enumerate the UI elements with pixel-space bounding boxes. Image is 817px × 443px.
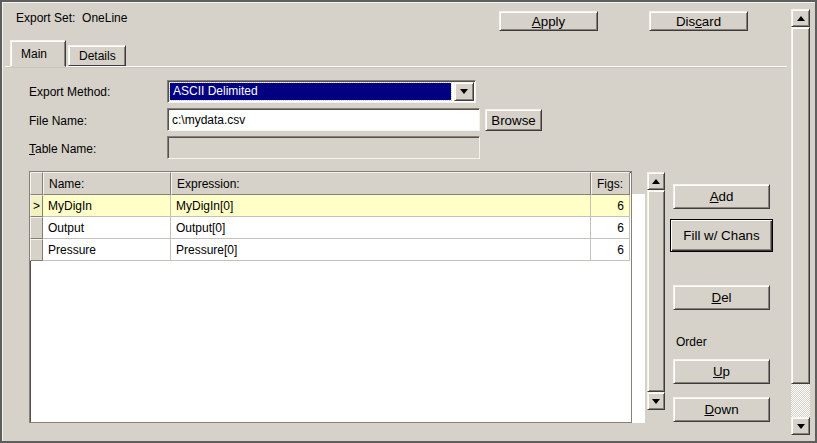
table-row[interactable]: Output Output[0] 6 [30, 217, 631, 239]
cell-name[interactable]: Output [43, 217, 171, 239]
apply-label-key: A [532, 14, 541, 29]
column-header-figs: Figs: [591, 172, 630, 195]
up-label-post: p [723, 364, 730, 379]
add-label-key: A [710, 189, 719, 204]
arrow-down-icon [797, 424, 805, 433]
discard-label-key: c [695, 14, 702, 29]
scroll-up-button[interactable] [791, 9, 810, 27]
cell-name[interactable]: Pressure [43, 239, 171, 261]
scroll-down-button[interactable] [647, 392, 665, 410]
add-button[interactable]: Add [673, 184, 770, 209]
row-indicator [30, 239, 43, 261]
table-row[interactable]: > MyDigIn MyDigIn[0] 6 [30, 195, 631, 217]
del-button[interactable]: Del [673, 285, 770, 310]
export-method-label: Export Method: [29, 85, 110, 99]
down-label-post: own [714, 402, 738, 417]
arrow-down-icon [652, 399, 660, 408]
arrow-up-icon [797, 12, 805, 21]
cell-expression[interactable]: Output[0] [171, 217, 591, 239]
apply-button[interactable]: Apply [499, 11, 598, 31]
del-label-key: D [711, 290, 721, 305]
table-name-input [167, 136, 480, 159]
discard-label-pre: Dis [676, 14, 695, 29]
cell-figs[interactable]: 6 [591, 195, 630, 217]
table-row[interactable]: Pressure Pressure[0] 6 [30, 239, 631, 261]
export-set-caption: Export Set: [16, 11, 75, 25]
export-set-value: OneLine [82, 11, 127, 25]
table-name-label: Table Name: [29, 142, 96, 156]
file-name-label: File Name: [29, 114, 87, 128]
scrollbar-track[interactable] [791, 384, 810, 417]
export-set-dialog: Export Set: OneLine Apply Discard Main D… [0, 0, 817, 443]
apply-label-post: pply [541, 14, 565, 29]
chevron-down-icon [460, 89, 468, 98]
arrow-up-icon [652, 175, 660, 184]
add-label-post: dd [719, 189, 734, 204]
fill-with-chans-label: Fill w/ Chans [683, 228, 759, 243]
column-header-name: Name: [43, 172, 171, 195]
export-method-combobox[interactable]: ASCII Delimited [167, 80, 476, 103]
scrollbar-thumb[interactable] [791, 27, 810, 384]
row-indicator [30, 217, 43, 239]
tab-details-label: Details [79, 49, 116, 63]
cell-expression[interactable]: Pressure[0] [171, 239, 591, 261]
tab-panel-border [5, 66, 787, 67]
combo-dropdown-button[interactable] [454, 82, 474, 101]
scroll-up-button[interactable] [647, 172, 665, 190]
tab-main-label: Main [21, 47, 47, 61]
cell-name[interactable]: MyDigIn [43, 195, 171, 217]
channel-table: Name: Expression: Figs: > MyDigIn MyDigI… [29, 171, 632, 423]
cell-expression[interactable]: MyDigIn[0] [171, 195, 591, 217]
up-label-key: U [713, 364, 723, 379]
fill-with-chans-button[interactable]: Fill w/ Chans [670, 219, 773, 252]
table-name-label-post: able Name: [35, 142, 96, 156]
down-button[interactable]: Down [673, 397, 770, 422]
discard-label-post: ard [702, 14, 721, 29]
down-label-key: D [704, 402, 714, 417]
scroll-down-button[interactable] [791, 417, 810, 435]
order-label: Order [676, 335, 707, 349]
table-header-row: Name: Expression: Figs: [30, 172, 631, 195]
cell-figs[interactable]: 6 [591, 217, 630, 239]
up-button[interactable]: Up [673, 359, 770, 384]
export-set-label: Export Set: OneLine [16, 11, 127, 25]
dialog-scrollbar[interactable] [791, 9, 810, 435]
browse-button[interactable]: Browse [485, 109, 542, 131]
file-name-input[interactable] [167, 108, 480, 131]
row-indicator: > [30, 195, 43, 217]
table-filler [631, 194, 645, 423]
cell-figs[interactable]: 6 [591, 239, 630, 261]
browse-label: Browse [491, 113, 535, 128]
discard-button[interactable]: Discard [649, 11, 748, 31]
tab-details[interactable]: Details [68, 45, 126, 66]
row-indicator-header [30, 172, 43, 195]
scrollbar-thumb[interactable] [647, 190, 665, 392]
tab-main[interactable]: Main [10, 40, 66, 67]
del-label-post: el [721, 290, 731, 305]
export-method-selected-value: ASCII Delimited [170, 83, 451, 100]
table-scrollbar[interactable] [647, 172, 665, 410]
column-header-expression: Expression: [171, 172, 591, 195]
